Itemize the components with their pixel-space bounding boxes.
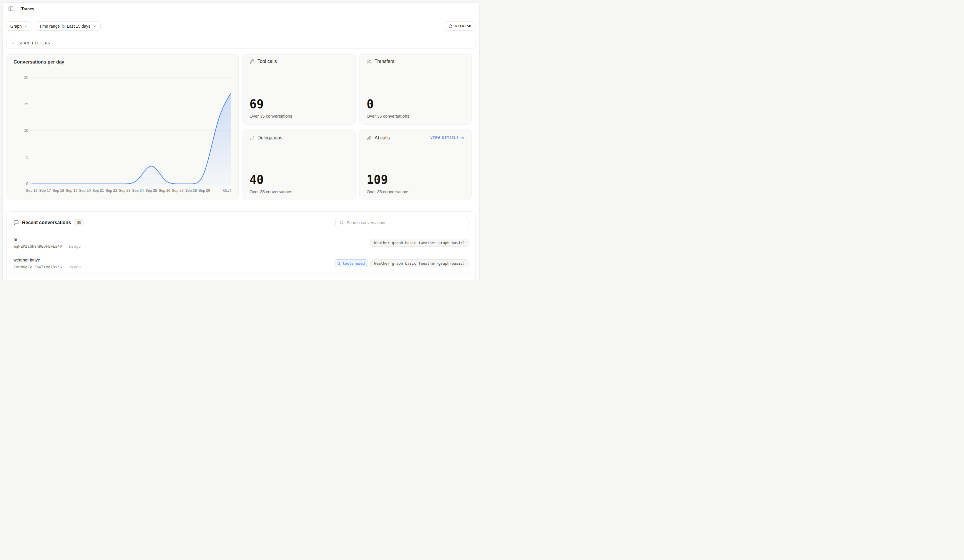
search-icon [340, 220, 344, 225]
svg-text:0: 0 [26, 182, 28, 186]
stat-title: Delegations [257, 135, 348, 141]
conversation-id: ZVeWXgZy_Z6WltVd73s3G [13, 265, 62, 269]
main-content-area: Traces Graph Time range is Last 15 days … [2, 2, 480, 280]
refresh-icon [448, 24, 453, 28]
view-details-link[interactable]: VIEW DETAILS [430, 136, 464, 140]
svg-text:15: 15 [24, 102, 28, 106]
stat-subtitle: Over 35 conversations [249, 190, 348, 194]
svg-text:Sep 17: Sep 17 [39, 188, 51, 193]
top-bar: Traces [3, 3, 479, 15]
conversation-count-badge: 35 [74, 219, 84, 226]
svg-text:Sep 18: Sep 18 [52, 188, 64, 193]
search-input[interactable] [347, 220, 464, 225]
stat-value: 69 [249, 98, 348, 110]
panel-left-icon [8, 6, 13, 11]
svg-text:Sep 24: Sep 24 [132, 188, 144, 193]
recent-conversations-card: Recent conversations 35 hi mqHZP2EGh9h9B… [6, 211, 476, 280]
time-range-filter[interactable]: Time range is Last 15 days [35, 21, 101, 31]
view-selector-label: Graph [10, 24, 22, 29]
arrow-up-right-icon [461, 136, 464, 140]
svg-text:Sep 19: Sep 19 [66, 188, 77, 193]
chevron-down-icon [93, 24, 96, 28]
refresh-button[interactable]: REFRESH [444, 21, 476, 31]
chevron-down-icon [24, 24, 28, 28]
filter-toolbar: Graph Time range is Last 15 days REFRESH [3, 15, 479, 31]
svg-text:Sep 23: Sep 23 [119, 188, 131, 193]
svg-text:Sep 26: Sep 26 [159, 188, 170, 193]
stat-value: 109 [366, 174, 464, 186]
stat-subtitle: Over 35 conversations [366, 114, 464, 118]
conversation-row[interactable]: hi mqHZP2EGh9h9BpFEwEs40 · 1h ago Weathe… [7, 233, 475, 253]
conversation-title: hi [13, 237, 81, 242]
conversations-per-day-chart: 05101520Sep 16Sep 17Sep 18Sep 19Sep 20Se… [13, 68, 231, 198]
stat-title: Transfers [375, 59, 464, 64]
conversation-title: weather innyc [13, 258, 81, 262]
stat-subtitle: Over 35 conversations [249, 114, 348, 118]
arrow-right-left-icon [249, 136, 254, 141]
chart-title: Conversations per day [13, 59, 231, 65]
svg-text:20: 20 [24, 75, 28, 80]
conversation-time: 2h ago [68, 265, 81, 269]
refresh-label: REFRESH [455, 24, 471, 28]
svg-text:Sep 29: Sep 29 [198, 188, 210, 193]
span-filters-toggle[interactable]: SPAN FILTERS [6, 37, 476, 49]
svg-text:Sep 16: Sep 16 [26, 188, 37, 193]
stat-title: Tool calls [257, 59, 348, 64]
conversations-chart-card: Conversations per day 05101520Sep 16Sep … [6, 53, 239, 200]
stat-card-transfers: Transfers 0 Over 35 conversations [359, 53, 472, 125]
chevron-right-icon [11, 41, 15, 45]
view-selector-dropdown[interactable]: Graph [6, 21, 32, 31]
page-title: Traces [21, 6, 34, 11]
agent-badge: Weather graph basic (weather-graph-basic… [370, 239, 469, 247]
svg-text:Oct 1: Oct 1 [223, 188, 231, 193]
stat-value: 0 [366, 98, 464, 110]
stat-card-delegations: Delegations 40 Over 35 conversations [242, 129, 356, 200]
stat-title: AI calls [375, 135, 428, 141]
header-divider [18, 6, 18, 11]
recent-conversations-title: Recent conversations [22, 220, 71, 225]
svg-text:Sep 21: Sep 21 [93, 188, 104, 193]
stat-value: 40 [249, 174, 348, 186]
users-icon [366, 59, 372, 64]
time-range-value: Last 15 days [67, 24, 90, 29]
stat-card-tool-calls: Tool calls 69 Over 35 conversations [242, 53, 356, 125]
view-details-label: VIEW DETAILS [430, 136, 459, 140]
svg-text:Sep 28: Sep 28 [185, 188, 197, 193]
dashboard-grid: Conversations per day 05101520Sep 16Sep … [3, 49, 479, 200]
meta-separator: · [64, 244, 66, 248]
sparkles-icon [366, 136, 372, 141]
svg-text:Sep 27: Sep 27 [172, 188, 184, 193]
stat-card-ai-calls: AI calls VIEW DETAILS 109 Over 35 conver… [359, 129, 472, 200]
time-range-field: Time range [39, 24, 60, 29]
svg-text:Sep 25: Sep 25 [145, 188, 157, 193]
conversation-id: mqHZP2EGh9h9BpFEwEs40 [13, 244, 62, 248]
recent-conversations-header: Recent conversations 35 [7, 212, 475, 233]
time-range-operator: is [62, 24, 65, 29]
agent-badge: Weather graph basic (weather-graph-basic… [370, 260, 469, 267]
svg-text:Sep 22: Sep 22 [106, 188, 117, 193]
svg-text:Sep 20: Sep 20 [79, 188, 91, 193]
tools-used-badge: 2 tools used [335, 260, 368, 267]
wrench-icon [249, 59, 254, 64]
sidebar-toggle-button[interactable] [7, 5, 15, 13]
message-square-icon [13, 220, 19, 225]
search-box [335, 217, 469, 228]
meta-separator: · [64, 265, 66, 269]
svg-text:10: 10 [24, 128, 28, 133]
span-filters-label: SPAN FILTERS [18, 41, 50, 45]
stat-subtitle: Over 35 conversations [366, 190, 464, 194]
conversation-row[interactable]: weather innyc ZVeWXgZy_Z6WltVd73s3G · 2h… [7, 253, 475, 274]
svg-text:5: 5 [26, 155, 28, 159]
conversation-time: 1h ago [68, 244, 81, 248]
